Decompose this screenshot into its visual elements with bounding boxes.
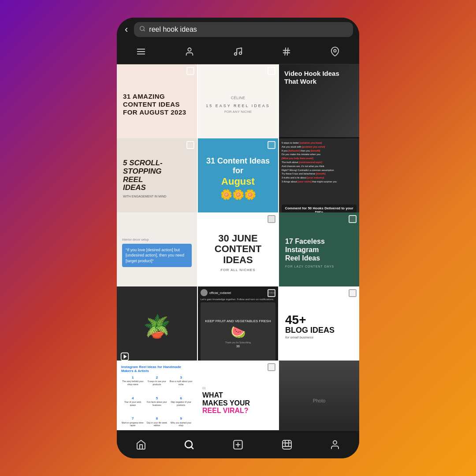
card-2-title: 15 EASY REEL IDEAS bbox=[206, 104, 270, 108]
svg-marker-14 bbox=[124, 355, 126, 358]
svg-line-16 bbox=[191, 446, 193, 448]
card-15-placeholder: Photo bbox=[313, 398, 326, 403]
svg-point-26 bbox=[333, 441, 337, 444]
card-11-thumbnail: KEEP FRUIT AND VEGETABLES FRESH 🍉 Thank … bbox=[201, 302, 275, 364]
card-12-number: 45+ bbox=[285, 314, 306, 326]
select-checkbox-11[interactable] bbox=[268, 289, 275, 297]
grid-item-6[interactable]: 5 steps to better [solution you have] Ar… bbox=[279, 138, 359, 219]
grid-item-12[interactable]: 45+ BLOG IDEAS for small business bbox=[279, 286, 359, 367]
grid-item-2[interactable]: CÉLINE 15 EASY REEL IDEAS FOR ANY NICHE bbox=[198, 64, 278, 145]
search-input-text[interactable]: reel hook ideas bbox=[149, 26, 197, 33]
grid-item-3[interactable]: Video Hook Ideas That Work Comment for 5… bbox=[279, 64, 359, 145]
card-6-hooks-list: 5 steps to better [solution you have] Ar… bbox=[282, 141, 357, 184]
card-12-subtitle: for small business bbox=[285, 335, 313, 339]
svg-line-10 bbox=[285, 48, 286, 56]
nav-search-button[interactable] bbox=[180, 436, 198, 454]
svg-point-7 bbox=[239, 52, 242, 55]
card-7-quote: "If you love [desired action] but [undes… bbox=[122, 244, 192, 268]
card-14-tag: 01 bbox=[202, 387, 206, 390]
filter-location[interactable] bbox=[326, 45, 344, 60]
nav-reels-button[interactable] bbox=[278, 436, 296, 454]
search-box[interactable]: reel hook ideas bbox=[134, 22, 353, 37]
select-checkbox-4[interactable] bbox=[186, 141, 194, 149]
svg-point-5 bbox=[188, 48, 191, 51]
filter-hashtag[interactable] bbox=[277, 45, 296, 60]
card-5-flowers: 🌼🌼🌼 bbox=[220, 189, 256, 201]
card-1-title: 31 AMAZING CONTENT IDEAS FOR AUGUST 2023 bbox=[123, 93, 191, 116]
search-icon bbox=[139, 26, 145, 33]
card-11-caption: Let's gain knowledge together. Follow an… bbox=[201, 298, 275, 301]
nav-home-button[interactable] bbox=[132, 436, 150, 454]
select-checkbox-2[interactable] bbox=[268, 67, 275, 75]
nav-add-button[interactable] bbox=[229, 435, 247, 454]
search-bar-row: ‹ reel hook ideas bbox=[117, 18, 359, 41]
card-13-cell-1: 1 The story behind your shop name bbox=[121, 376, 145, 395]
phone-container: ‹ reel hook ideas bbox=[117, 18, 359, 458]
select-checkbox-12[interactable] bbox=[349, 289, 357, 297]
card-11-watermelon: 🍉 bbox=[231, 325, 246, 339]
grid-item-15[interactable]: Photo bbox=[279, 361, 359, 430]
card-13-cell-6: 6 Skip negative of your products bbox=[169, 396, 193, 416]
card-5-title: 31 Content Ideas for bbox=[203, 156, 273, 175]
grid-item-10[interactable]: 🪴 bbox=[117, 286, 197, 367]
card-13-title: Instagram Reel Ideas for Handmade Makers… bbox=[121, 365, 193, 373]
filter-audio[interactable] bbox=[229, 45, 247, 60]
search-results-grid: 31 AMAZING CONTENT IDEAS FOR AUGUST 2023… bbox=[117, 64, 359, 430]
card-4-subtitle: WITH ENGAGEMENT IN MIND bbox=[123, 195, 166, 198]
card-8-subtitle: FOR ALL NICHES bbox=[220, 268, 255, 272]
card-11-thankyou: Thank you for Subscribing bbox=[225, 341, 251, 344]
card-8-title: 30 JUNECONTENTIDEAS bbox=[215, 233, 261, 265]
select-checkbox-14[interactable] bbox=[268, 363, 275, 371]
grid-item-14[interactable]: 01 WHATMAKES YOURREEL VIRAL? bbox=[198, 361, 278, 430]
nav-profile-button[interactable] bbox=[326, 436, 344, 454]
grid-item-13[interactable]: Instagram Reel Ideas for Handmade Makers… bbox=[117, 361, 197, 430]
svg-line-11 bbox=[287, 48, 288, 56]
card-4-title: 5 SCROLL-STOPPINGREELIDEAS bbox=[123, 159, 163, 192]
back-button[interactable]: ‹ bbox=[123, 22, 130, 37]
card-13-cell-5: 5 Fun facts about your business bbox=[145, 396, 169, 416]
svg-rect-20 bbox=[283, 440, 291, 449]
grid-item-5[interactable]: 31 Content Ideas for August 🌼🌼🌼 bbox=[198, 138, 278, 219]
svg-point-6 bbox=[234, 53, 237, 56]
card-13-cell-3: 3 Bust a myth about your niche bbox=[169, 376, 193, 395]
card-11-avatar bbox=[201, 289, 208, 296]
card-3-title: Video Hook Ideas That Work bbox=[284, 70, 354, 86]
grid-item-8[interactable]: 30 JUNECONTENTIDEAS FOR ALL NICHES bbox=[198, 212, 278, 293]
card-11-header: official_cvdaniel Follow bbox=[201, 289, 275, 296]
card-13-cell-9: 9 Why you started your shop bbox=[169, 416, 193, 430]
card-13-cell-7: 7 Work-in-progress time-lapse bbox=[121, 416, 145, 430]
card-13-ideas-grid: 1 The story behind your shop name 2 5 wa… bbox=[121, 376, 193, 430]
card-5-month: August bbox=[221, 176, 255, 187]
svg-point-12 bbox=[334, 49, 336, 52]
card-11-fruit-label: KEEP FRUIT AND VEGETABLES FRESH bbox=[205, 319, 271, 323]
svg-point-21 bbox=[285, 443, 289, 446]
grid-item-1[interactable]: 31 AMAZING CONTENT IDEAS FOR AUGUST 2023 bbox=[117, 64, 197, 145]
filter-all[interactable] bbox=[132, 45, 150, 60]
card-13-cell-4: 4 Tour of your work space bbox=[121, 396, 145, 416]
card-11-username: official_cvdaniel bbox=[209, 291, 231, 294]
card-13-cell-2: 2 5 ways to use your products bbox=[145, 376, 169, 395]
card-9-title: 17 FacelessInstagramReel Ideas bbox=[285, 237, 325, 263]
bottom-navigation bbox=[117, 430, 359, 458]
grid-item-4[interactable]: 5 SCROLL-STOPPINGREELIDEAS WITH ENGAGEME… bbox=[117, 138, 197, 219]
card-11-count: 36 bbox=[236, 345, 240, 348]
plant-lamp-emoji: 🪴 bbox=[143, 314, 171, 339]
grid-item-7[interactable]: Interior decor setup "If you love [desir… bbox=[117, 212, 197, 293]
card-2-subtitle: FOR ANY NICHE bbox=[224, 110, 252, 114]
card-13-cell-8: 8 Day in your life week edition bbox=[145, 416, 169, 430]
card-12-title: BLOG IDEAS bbox=[285, 326, 335, 335]
select-checkbox-8[interactable] bbox=[268, 215, 275, 223]
filter-accounts[interactable] bbox=[180, 45, 199, 60]
card-9-subtitle: FOR LAZY CONTENT DAYS bbox=[285, 265, 334, 268]
select-checkbox-5[interactable] bbox=[268, 141, 275, 149]
svg-line-1 bbox=[144, 30, 145, 31]
select-checkbox-1[interactable] bbox=[186, 67, 194, 75]
grid-item-9[interactable]: 17 FacelessInstagramReel Ideas FOR LAZY … bbox=[279, 212, 359, 293]
grid-item-11[interactable]: official_cvdaniel Follow Let's gain know… bbox=[198, 286, 278, 367]
filter-row bbox=[117, 41, 359, 64]
select-checkbox-9[interactable] bbox=[349, 215, 357, 223]
card-14-title: WHATMAKES YOURREEL VIRAL? bbox=[202, 391, 250, 415]
